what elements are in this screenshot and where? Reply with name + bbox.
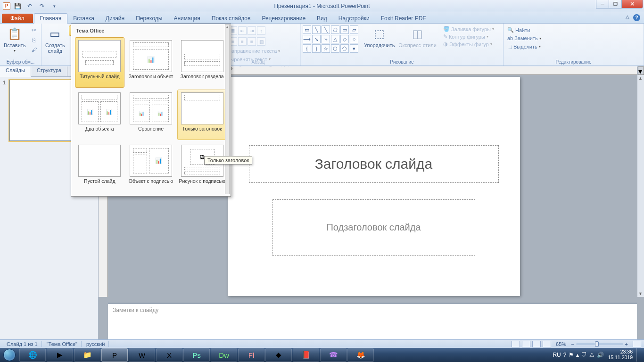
task-viber[interactable]: ☎ [320,348,347,362]
task-powerpoint[interactable]: P [101,348,128,362]
tab-transitions[interactable]: Переходы [130,14,168,23]
task-explorer[interactable]: 📁 [74,348,100,362]
tray-up-icon[interactable]: ▴ [576,352,579,358]
help-icon[interactable]: ? [633,14,640,21]
layout-title-only[interactable]: Только заголовок [177,90,227,140]
layout-two-content[interactable]: 📊📊 Два объекта [75,90,124,140]
task-pdf[interactable]: 📕 [293,348,319,362]
minimize-ribbon-icon[interactable]: △ [626,14,629,21]
windows-orb-icon [3,349,16,361]
tab-review[interactable]: Рецензирование [256,14,311,23]
line-spacing-icon[interactable]: ↕ [257,26,265,35]
shapes-gallery[interactable]: ▭╲╲⬠▭▱ ⟶↘⤷△◇○ {}☆⬡⬠▾ [303,25,358,53]
paste-button[interactable]: 📋 Вставить ▾ [2,25,28,54]
task-media[interactable]: ▶ [47,348,73,362]
tab-foxit[interactable]: Foxit Reader PDF [375,14,432,23]
tab-animation[interactable]: Анимация [168,14,206,23]
group-clipboard-label: Буфер обм... [0,59,41,65]
indent-inc-icon[interactable]: ⇥ [248,26,256,35]
fit-window-icon[interactable] [633,341,641,347]
zoom-slider[interactable] [576,343,623,345]
tray-network-icon[interactable]: ⚠ [589,352,594,358]
view-reading-icon[interactable] [532,341,541,347]
minimize-button[interactable]: ─ [596,0,609,8]
task-dreamweaver[interactable]: Dw [211,348,237,362]
tray-safe-icon[interactable]: ⛉ [581,352,587,358]
qat-redo-icon[interactable]: ↷ [37,1,47,11]
task-gimp[interactable]: 🦊 [347,348,374,362]
panel-tab-outline[interactable]: Структура [31,66,67,76]
indent-dec-icon[interactable]: ⇤ [238,26,247,35]
format-painter-icon[interactable]: 🖌 [29,45,39,55]
new-slide-button[interactable]: ▭ Создать слайд [43,25,67,55]
maximize-button[interactable]: ❐ [609,0,622,8]
tray-lang[interactable]: RU [553,352,561,358]
layout-picture-caption[interactable]: 🖼 Рисунок с подписью [177,142,227,192]
zoom-percent[interactable]: 65% [556,341,566,347]
clipboard-icon: 📋 [7,26,22,41]
start-button[interactable] [0,348,19,362]
layout-content-caption[interactable]: 📊 Объект с подписью [126,142,176,192]
arrange-label: Упорядочить [364,42,395,48]
group-drawing-label: Рисование [301,59,503,65]
qat-save-icon[interactable]: 💾 [12,1,23,11]
slide-canvas[interactable]: Заголовок слайда Подзаголовок слайда [228,77,520,296]
statusbar: Слайд 1 из 1 "Тема Office" русский 65% −… [0,339,644,348]
shape-effects-button[interactable]: ◑Эффекты фигур▾ [441,41,496,48]
tab-view[interactable]: Вид [311,14,333,23]
tab-home[interactable]: Главная [34,13,68,24]
task-word[interactable]: W [129,348,155,362]
task-chrome[interactable]: 🌐 [19,348,46,362]
qat-customize-icon[interactable]: ▾ [49,1,59,11]
find-button[interactable]: 🔍Найти [505,26,532,33]
shape-fill-button[interactable]: 🪣Заливка фигуры▾ [441,25,496,33]
show-desktop-button[interactable] [636,348,640,362]
quick-styles-icon: ◫ [410,26,425,41]
columns-icon[interactable]: ▥ [257,37,265,46]
zoom-in-icon[interactable]: + [625,341,628,347]
title-placeholder[interactable]: Заголовок слайда [249,145,499,183]
vertical-scrollbar[interactable] [637,75,644,297]
zoom-out-icon[interactable]: − [571,341,574,347]
copy-icon[interactable]: ⎘ [29,35,39,45]
task-photoshop[interactable]: Ps [183,348,210,362]
notes-pane[interactable]: Заметки к слайду [108,303,637,339]
layout-section-header[interactable]: Заголовок раздела [177,37,227,88]
subtitle-placeholder[interactable]: Подзаголовок слайда [272,199,475,256]
tray-volume-icon[interactable]: 🔊 [597,352,604,358]
task-inkscape[interactable]: ◆ [265,348,292,362]
view-sorter-icon[interactable] [522,341,530,347]
arrange-button[interactable]: ⬚ Упорядочить [362,25,396,49]
cut-icon[interactable]: ✂ [29,25,39,35]
view-normal-icon[interactable] [512,341,520,347]
justify-icon[interactable]: ≡ [248,37,256,46]
task-excel[interactable]: X [156,348,182,362]
panel-tab-slides[interactable]: Слайды [0,66,31,77]
gallery-scrollbar[interactable]: ▲ [225,24,230,194]
tray-flag-icon[interactable]: ⚑ [569,352,574,358]
status-language[interactable]: русский [83,341,109,347]
tab-slideshow[interactable]: Показ слайдов [206,14,256,23]
tray-help-icon[interactable]: ? [563,352,567,358]
app-icon: P [3,2,10,10]
tab-design[interactable]: Дизайн [100,14,130,23]
layout-title-content[interactable]: 📊 Заголовок и объект [126,37,176,88]
layout-title-slide[interactable]: Титульный слайд [75,37,124,88]
replace-button[interactable]: abЗаменить▾ [505,35,543,41]
shape-outline-button[interactable]: ✎Контур фигуры▾ [441,33,496,40]
tray-clock[interactable]: 23:36 15.11.2019 [608,349,633,360]
layout-blank[interactable]: Пустой слайд [75,142,124,192]
file-tab[interactable]: Файл [2,14,33,23]
align-right-icon[interactable]: ≡ [238,37,247,46]
task-flash[interactable]: Fl [238,348,264,362]
select-button[interactable]: ⬚Выделить▾ [505,43,543,50]
quick-styles-button[interactable]: ◫ Экспресс-стили [396,25,438,49]
view-slideshow-icon[interactable] [543,341,551,347]
tray-icons[interactable]: RU ? ⚑ ▴ ⛉ ⚠ 🔊 [553,352,604,358]
qat-undo-icon[interactable]: ↶ [25,1,35,11]
tab-insert[interactable]: Вставка [67,14,100,23]
layout-comparison[interactable]: 📊📊 Сравнение [126,90,176,140]
layout-gallery: ▲ Тема Office Титульный слайд 📊 Заголово… [71,24,231,197]
tab-addins[interactable]: Надстройки [333,14,375,23]
close-button[interactable]: ✕ [621,0,643,8]
